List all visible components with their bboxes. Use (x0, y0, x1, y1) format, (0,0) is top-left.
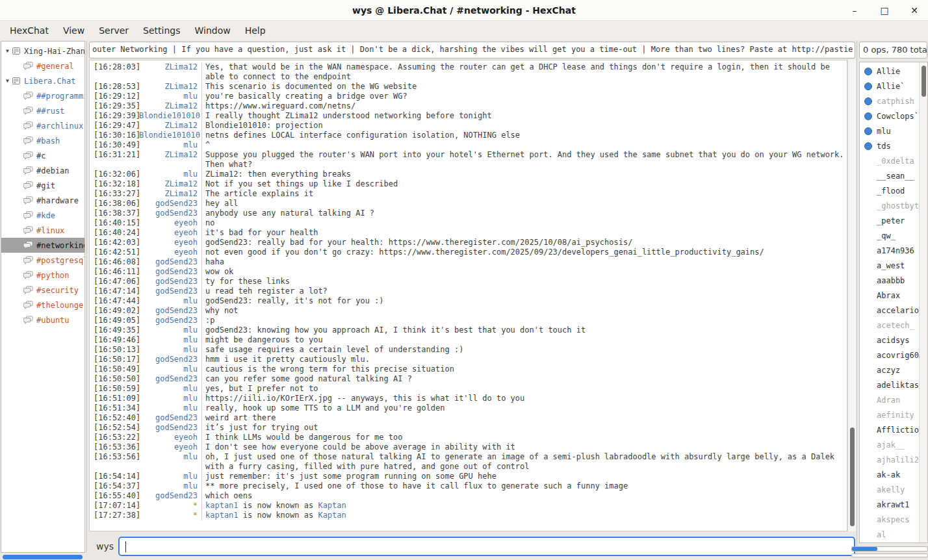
pane-splitter-right[interactable] (857, 41, 857, 553)
nick[interactable]: ZLima12 (139, 189, 201, 199)
nick[interactable]: godSend23 (139, 374, 201, 384)
userlist-item[interactable]: mlu (860, 123, 927, 138)
nick[interactable]: ZLima12 (139, 101, 201, 111)
userlist-item[interactable]: acetech_ (860, 318, 927, 333)
tree-item-programming[interactable]: ##programming (1, 88, 84, 103)
menu-hexchat[interactable]: HexChat (3, 23, 56, 38)
nick[interactable]: godSend23 (139, 316, 201, 325)
nick[interactable]: ZLima12 (139, 121, 201, 131)
nick[interactable]: mlu (139, 325, 201, 335)
userlist-item[interactable]: _0xdelta (860, 153, 927, 168)
close-button[interactable]: ✕ (909, 5, 920, 16)
nick[interactable]: mlu (139, 296, 201, 306)
userlist-item[interactable]: Abrax (860, 288, 927, 303)
tree-item-c[interactable]: #c (1, 148, 84, 163)
nick[interactable]: mlu (139, 335, 201, 345)
menu-help[interactable]: Help (238, 23, 273, 38)
nick[interactable]: ZLima12 (139, 82, 201, 92)
nick[interactable]: eyeoh (139, 433, 201, 442)
nick[interactable]: godSend23 (139, 286, 201, 296)
userlist-item[interactable]: _ghostbyt (860, 198, 927, 213)
tree-item-git[interactable]: #git (1, 178, 84, 193)
tree-item-kde[interactable]: #kde (1, 208, 84, 223)
menu-window[interactable]: Window (187, 23, 237, 38)
expander-icon[interactable]: ▼ (3, 78, 12, 84)
nick[interactable]: mlu (139, 452, 201, 472)
nick[interactable]: godSend23 (139, 491, 201, 501)
nick[interactable]: godSend23 (139, 355, 201, 364)
userlist-item[interactable]: akrawt1 (860, 497, 927, 512)
nick[interactable]: eyeoh (139, 228, 201, 238)
menu-server[interactable]: Server (92, 23, 136, 38)
userlist-item[interactable]: acovrig60 (860, 348, 927, 363)
nick[interactable]: godSend23 (139, 277, 201, 286)
tree-item-hardware[interactable]: #hardware (1, 193, 84, 208)
nick[interactable]: mlu (139, 364, 201, 374)
nick[interactable]: Blondie101010 (139, 111, 201, 121)
nick[interactable]: mlu (139, 345, 201, 355)
tree-item-bash[interactable]: #bash (1, 133, 84, 148)
userlist-item[interactable]: tds (860, 138, 927, 153)
userlist-item[interactable]: akspecs (860, 512, 927, 527)
tree-item-postgresql[interactable]: #postgresql (1, 253, 84, 268)
own-nick-label[interactable]: wys (96, 541, 114, 552)
menu-settings[interactable]: Settings (136, 23, 187, 38)
userlist-item[interactable]: a_west (860, 258, 927, 273)
userlist-item[interactable]: __sean__ (860, 168, 927, 183)
nick[interactable]: godSend23 (139, 267, 201, 277)
nick[interactable]: godSend23 (139, 209, 201, 218)
nick[interactable]: godSend23 (139, 413, 201, 423)
nick[interactable]: Blondie101010 (139, 131, 201, 140)
nick[interactable]: mlu (139, 140, 201, 150)
topic-bar[interactable]: outer Networking | If you have a questio… (89, 42, 855, 58)
userlist-item[interactable]: Adran (860, 392, 927, 407)
userlist-item[interactable]: aaabbb (860, 273, 927, 288)
userlist-item[interactable]: Allie` (860, 79, 927, 94)
tree-item-archlinux[interactable]: #archlinux (1, 118, 84, 133)
menu-view[interactable]: View (56, 23, 92, 38)
userlist-item[interactable]: _flood (860, 183, 927, 198)
nick[interactable]: mlu (139, 394, 201, 403)
tree-item-ubuntu[interactable]: #ubuntu (1, 312, 84, 327)
minimize-button[interactable]: – (849, 5, 860, 16)
nick[interactable]: godSend23 (139, 306, 201, 316)
tree-item-python[interactable]: #python (1, 268, 84, 283)
nick[interactable]: eyeoh (139, 218, 201, 228)
tree-item-networking[interactable]: #networking (1, 238, 84, 253)
tree-horizontal-scrollbar[interactable] (3, 555, 83, 559)
nick[interactable]: mlu (139, 403, 201, 413)
nick[interactable]: mlu (139, 170, 201, 179)
userlist-item[interactable]: a174n936 (860, 243, 927, 258)
nick[interactable]: eyeoh (139, 238, 201, 248)
nick[interactable]: ZLima12 (139, 179, 201, 189)
userlist-item[interactable]: accelario (860, 303, 927, 318)
userlist-item[interactable]: acidsys (860, 333, 927, 348)
userlist-scrollbar[interactable] (919, 62, 927, 542)
userlist-item[interactable]: ajak__ (860, 437, 927, 452)
tree-item-general[interactable]: #general (1, 58, 84, 73)
nick[interactable]: mlu (139, 472, 201, 481)
nick[interactable]: eyeoh (139, 248, 201, 257)
nick[interactable]: eyeoh (139, 442, 201, 452)
userlist-item[interactable]: aczyz (860, 363, 927, 377)
tree-item-xing-hai-zhan[interactable]: ▼ Xing-Hai-Zhan (1, 44, 84, 58)
tree-item-security[interactable]: #security (1, 283, 84, 298)
nick[interactable]: godSend23 (139, 423, 201, 433)
userlist-item[interactable]: adeliktas (860, 377, 927, 392)
tree-item-debian[interactable]: #debian (1, 163, 84, 178)
nick[interactable]: mlu (139, 384, 201, 394)
chat-scrollbar-thumb[interactable] (850, 427, 855, 526)
userlist-item[interactable]: aefinity (860, 407, 927, 422)
userlist-item[interactable]: Allie (860, 64, 927, 79)
event-star[interactable]: * (139, 501, 201, 511)
userlist-item[interactable]: Afflictio (860, 422, 927, 437)
nick[interactable]: mlu (139, 92, 201, 101)
message-input[interactable] (118, 537, 855, 556)
tree-item-thelounge[interactable]: #thelounge (1, 298, 84, 312)
chat-scrollbar[interactable] (847, 60, 856, 531)
tree-item-linux[interactable]: #linux (1, 223, 84, 238)
nick[interactable]: godSend23 (139, 257, 201, 267)
userlist-item[interactable]: catphish (860, 94, 927, 108)
tree-item-rust[interactable]: ##rust (1, 103, 84, 118)
userlist-scrollbar-thumb[interactable] (922, 66, 926, 97)
